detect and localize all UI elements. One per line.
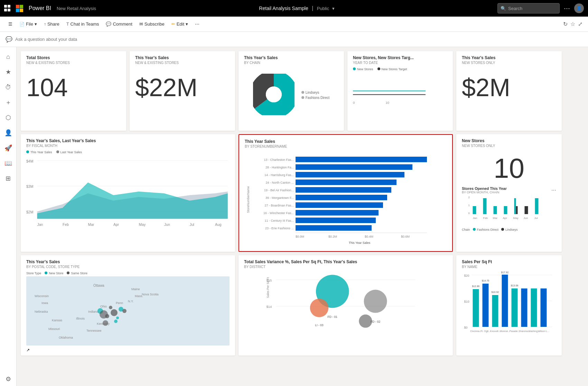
sidebar-workspaces[interactable]: 📖 (1, 156, 15, 170)
svg-point-91 (122, 309, 127, 313)
chat-teams-button[interactable]: T Chat in Teams (64, 20, 102, 28)
more-options-icon[interactable]: ⋯ (564, 4, 570, 12)
main-content: Total Stores NEW & EXISTING STORES 104 T… (17, 47, 588, 386)
comment-button[interactable]: 💬 Comment (103, 20, 135, 28)
new-stores-card[interactable]: New Stores NEW STORES ONLY 10 Stores Ope… (456, 134, 562, 252)
edit-icon: ✏ (171, 21, 175, 27)
file-icon: 📄 (19, 22, 25, 27)
svg-rect-42 (296, 225, 372, 231)
svg-text:Jun: Jun (164, 223, 170, 227)
sidebar-explore[interactable]: 🚀 (1, 141, 15, 155)
sidebar-create[interactable]: ＋ (1, 95, 15, 109)
svg-text:2: 2 (468, 196, 470, 199)
sidebar-dashboards[interactable]: ⊞ (1, 172, 15, 185)
search-label: Search (508, 6, 522, 11)
svg-text:$0: $0 (464, 326, 468, 329)
stores-opened-bar-chart: 2 1 0 (462, 194, 556, 225)
svg-rect-120 (512, 288, 518, 327)
svg-text:39 - Morgantown F...: 39 - Morgantown F... (265, 196, 294, 200)
svg-text:Kansas: Kansas (52, 319, 63, 322)
sidebar-learn[interactable]: 👤 (1, 126, 15, 140)
grid-icon[interactable] (4, 5, 11, 12)
svg-text:Ohio: Ohio (100, 305, 107, 308)
svg-text:24 - North Canton ...: 24 - North Canton ... (265, 181, 294, 184)
svg-text:Feb: Feb (483, 217, 488, 220)
sales-variance-card[interactable]: Total Sales Variance %, Sales Per Sq Ft,… (239, 255, 453, 356)
svg-rect-36 (296, 202, 383, 208)
svg-text:Indiana: Indiana (88, 310, 99, 313)
svg-text:Mar: Mar (493, 217, 498, 220)
svg-rect-123 (531, 288, 537, 327)
total-stores-card[interactable]: Total Stores NEW & EXISTING STORES 104 (21, 51, 126, 131)
svg-text:0: 0 (353, 101, 355, 104)
svg-point-88 (109, 306, 112, 309)
ellipsis-button[interactable]: ⋯ (192, 20, 202, 28)
svg-text:Maine: Maine (131, 287, 140, 291)
stores-opened-more-icon[interactable]: ⋯ (551, 187, 556, 193)
svg-text:Pasade...: Pasade... (510, 330, 520, 332)
svg-rect-55 (504, 206, 507, 214)
stores-opened-sub: BY OPEN MONTH, CHAIN (462, 191, 507, 194)
menu-toggle[interactable]: ☰ (6, 20, 15, 28)
svg-text:Illinois: Illinois (76, 317, 85, 320)
svg-text:Mar: Mar (88, 223, 95, 227)
svg-text:$12.86: $12.86 (472, 285, 480, 287)
svg-rect-32 (296, 187, 391, 193)
svg-text:27 - Boardman Fas...: 27 - Boardman Fas... (264, 204, 294, 207)
svg-text:Jul: Jul (534, 217, 538, 220)
sidebar-apps[interactable]: ⬡ (1, 111, 15, 125)
subscribe-button[interactable]: ✉ Subscribe (137, 20, 167, 28)
svg-rect-58 (525, 206, 528, 214)
map-expand-icon[interactable]: ↗ (26, 348, 30, 352)
svg-rect-52 (473, 206, 476, 214)
this-year-sales-new-value: $2M (462, 75, 556, 100)
sales-by-chain-card[interactable]: This Year's Sales BY CHAIN Lindseys Fash… (239, 51, 344, 131)
user-avatar[interactable]: 👤 (574, 3, 584, 13)
refresh-icon[interactable]: ↻ (563, 21, 568, 27)
legend-new-stores: New Stores (357, 67, 373, 71)
svg-rect-28 (296, 172, 404, 177)
sales-by-chain-subtitle: BY CHAIN (244, 61, 338, 65)
new-stores-target-card[interactable]: New Stores, New Stores Targ... YEAR TO D… (347, 51, 453, 131)
svg-text:$17.92: $17.92 (501, 272, 509, 274)
svg-text:Apr: Apr (113, 223, 119, 227)
bookmark-icon[interactable]: ☆ (570, 21, 575, 27)
svg-text:28 - Huntington Fa...: 28 - Huntington Fa... (265, 166, 294, 169)
file-button[interactable]: 📄 File ▾ (17, 20, 40, 28)
sales-map-card[interactable]: This Year's Sales BY POSTAL CODE, STORE … (21, 255, 235, 356)
bar-chart-svg: 13 - Charleston Fas... 28 - Huntington F… (252, 151, 447, 248)
svg-point-86 (111, 309, 118, 316)
scatter-subtitle: BY DISTRICT (244, 265, 447, 269)
svg-text:19 - Bel Air Fashion...: 19 - Bel Air Fashion... (264, 189, 294, 192)
svg-text:1: 1 (468, 204, 470, 207)
qa-input[interactable] (15, 37, 582, 42)
report-name: New Retail Analysis (57, 6, 96, 11)
edit-button[interactable]: ✏ Edit ▾ (169, 20, 191, 28)
svg-text:14 - Harrisburg Fas...: 14 - Harrisburg Fas... (264, 173, 294, 177)
search-box[interactable]: 🔍 Search (497, 3, 560, 13)
new-stores-target-subtitle: YEAR TO DATE (353, 61, 447, 65)
sidebar-recent[interactable]: ⏱ (1, 80, 15, 94)
scatter-chart: $15 $14 Sales Per Sq Ft FD - 01 FD - 02 … (244, 272, 447, 348)
map-subtitle: BY POSTAL CODE, STORE TYPE (26, 265, 230, 269)
svg-text:Sales Per Sq Ft: Sales Per Sq Ft (266, 277, 270, 298)
sidebar-favorites[interactable]: ★ (1, 65, 15, 79)
this-year-sales-bar-card[interactable]: This Year Sales BY STORENUMBERNAME Store… (239, 134, 453, 252)
this-year-sales-card[interactable]: This Year's Sales NEW & EXISTING STORES … (130, 51, 235, 131)
svg-text:Oklahoma: Oklahoma (59, 336, 73, 339)
total-stores-value: 104 (26, 75, 121, 100)
svg-text:13 - Charleston Fas...: 13 - Charleston Fas... (264, 158, 294, 162)
new-stores-line-chart: 0 10 (353, 74, 447, 108)
sales-per-sqft-card[interactable]: Sales Per Sq Ft BY NAME $20 $10 $0 $12.8… (456, 255, 562, 356)
svg-rect-30 (296, 180, 396, 185)
svg-rect-124 (541, 288, 547, 327)
svg-point-103 (310, 298, 329, 317)
svg-text:$10.92: $10.92 (492, 291, 499, 293)
share-button[interactable]: ↑ Share (41, 20, 62, 28)
this-year-sales-value: $22M (135, 75, 230, 100)
sales-area-chart-card[interactable]: This Year's Sales, Last Year's Sales BY … (21, 134, 235, 252)
sidebar-home[interactable]: ⌂ (1, 50, 15, 64)
this-year-sales-new-card[interactable]: This Year's Sales NEW STORES ONLY $2M (456, 51, 562, 131)
sidebar-settings[interactable]: ⚙ (1, 372, 15, 386)
fullscreen-icon[interactable]: ⤢ (578, 21, 582, 27)
